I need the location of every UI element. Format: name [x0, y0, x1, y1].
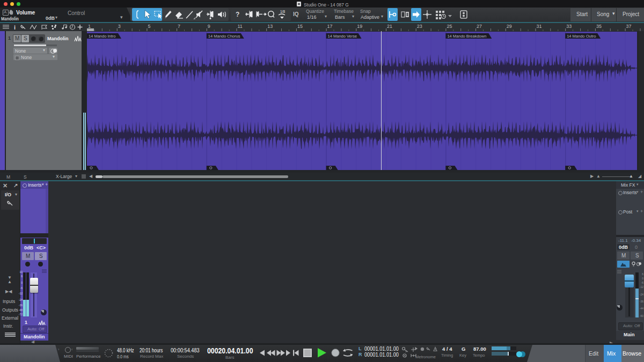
svg-text:23: 23 [417, 24, 422, 29]
svg-text:10: 10 [19, 271, 23, 274]
svg-text:6: 6 [642, 272, 643, 276]
svg-text:1: 1 [88, 24, 91, 29]
svg-text:-36: -36 [640, 300, 643, 303]
svg-text:Metronome: Metronome [415, 354, 436, 359]
svg-text:-24: -24 [640, 293, 643, 296]
svg-text:-12: -12 [640, 285, 643, 289]
svg-text:-36: -36 [19, 304, 23, 307]
svg-text:0: 0 [21, 281, 23, 284]
svg-text:21: 21 [387, 24, 392, 29]
svg-text:14 Mando Intro: 14 Mando Intro [89, 34, 115, 39]
svg-text:-12: -12 [19, 292, 23, 295]
svg-text:33: 33 [566, 24, 572, 29]
svg-text:7: 7 [178, 24, 180, 29]
svg-text:14 Mando Verse: 14 Mando Verse [328, 34, 357, 39]
svg-text:13: 13 [267, 24, 273, 29]
svg-text:37: 37 [626, 24, 632, 29]
svg-text:29: 29 [507, 24, 512, 29]
svg-text:9: 9 [208, 24, 210, 29]
svg-text:-48: -48 [19, 308, 23, 312]
svg-text:-44: -44 [640, 307, 643, 310]
svg-text:-6: -6 [20, 286, 23, 290]
svg-text:-60: -60 [640, 314, 643, 317]
svg-text:25: 25 [447, 24, 452, 29]
svg-text:19: 19 [357, 24, 362, 29]
svg-text:?: ? [236, 11, 239, 18]
svg-text:-24: -24 [19, 298, 23, 301]
svg-text:14 Mando Chorus: 14 Mando Chorus [208, 34, 240, 39]
svg-text:17: 17 [327, 24, 333, 29]
svg-text:35: 35 [596, 24, 602, 29]
svg-text:i: i [14, 24, 16, 31]
svg-text:5: 5 [148, 24, 150, 29]
svg-text:14 Mando Outro: 14 Mando Outro [567, 34, 596, 39]
svg-text:27: 27 [477, 24, 482, 29]
svg-text:1/8: 1/8 [280, 10, 285, 13]
svg-text:-6: -6 [641, 281, 644, 284]
svg-text:0: 0 [642, 277, 643, 280]
svg-text:3: 3 [118, 24, 121, 29]
svg-text:15: 15 [297, 24, 303, 29]
svg-text:6: 6 [21, 275, 23, 278]
svg-text:11: 11 [238, 24, 243, 29]
svg-text:14 Mando Breakdown: 14 Mando Breakdown [447, 34, 486, 39]
svg-text:31: 31 [537, 24, 542, 29]
svg-text:-72: -72 [19, 313, 23, 316]
